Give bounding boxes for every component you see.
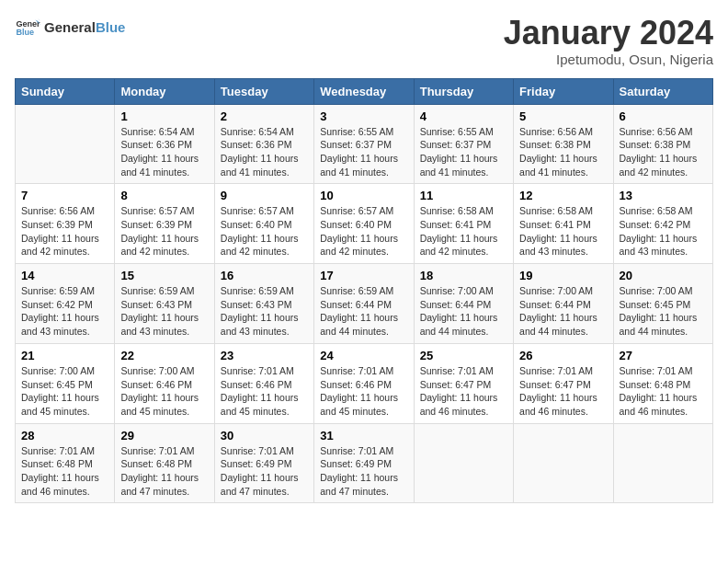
day-number: 25: [420, 349, 507, 362]
calendar-title: January 2024: [504, 15, 713, 52]
day-number: 2: [221, 109, 308, 123]
calendar-cell: [613, 423, 712, 503]
header-sunday: Sunday: [16, 78, 115, 104]
calendar-cell: 6Sunrise: 6:56 AMSunset: 6:38 PMDaylight…: [613, 104, 712, 184]
calendar-cell: [514, 423, 613, 503]
day-info: Sunrise: 7:01 AMSunset: 6:49 PMDaylight:…: [221, 444, 308, 499]
day-number: 15: [120, 269, 208, 282]
page-header: General Blue GeneralBlue January 2024 Ip…: [15, 15, 713, 67]
svg-text:Blue: Blue: [16, 28, 34, 37]
svg-text:General: General: [16, 19, 40, 29]
calendar-cell: 22Sunrise: 7:00 AMSunset: 6:46 PMDayligh…: [115, 343, 214, 423]
day-number: 12: [519, 189, 607, 202]
day-info: Sunrise: 7:01 AMSunset: 6:47 PMDaylight:…: [519, 364, 607, 419]
calendar-cell: [414, 423, 513, 503]
day-info: Sunrise: 7:01 AMSunset: 6:46 PMDaylight:…: [320, 364, 407, 419]
calendar-cell: 18Sunrise: 7:00 AMSunset: 6:44 PMDayligh…: [414, 264, 513, 344]
calendar-cell: 1Sunrise: 6:54 AMSunset: 6:36 PMDaylight…: [115, 104, 214, 184]
logo-text: GeneralBlue: [44, 20, 125, 36]
logo-icon: General Blue: [15, 15, 40, 40]
day-number: 18: [420, 269, 507, 282]
calendar-cell: 31Sunrise: 7:01 AMSunset: 6:49 PMDayligh…: [314, 423, 414, 503]
calendar-cell: 28Sunrise: 7:01 AMSunset: 6:48 PMDayligh…: [16, 423, 115, 503]
calendar-cell: 13Sunrise: 6:58 AMSunset: 6:42 PMDayligh…: [613, 184, 712, 264]
day-number: 30: [221, 429, 308, 442]
day-info: Sunrise: 6:55 AMSunset: 6:37 PMDaylight:…: [420, 125, 507, 179]
day-number: 13: [620, 189, 707, 202]
day-number: 20: [620, 269, 707, 282]
day-info: Sunrise: 6:56 AMSunset: 6:38 PMDaylight:…: [620, 125, 707, 179]
day-info: Sunrise: 6:59 AMSunset: 6:43 PMDaylight:…: [120, 284, 208, 339]
week-row-1: 1Sunrise: 6:54 AMSunset: 6:36 PMDaylight…: [16, 104, 713, 184]
calendar-cell: 10Sunrise: 6:57 AMSunset: 6:40 PMDayligh…: [314, 184, 414, 264]
day-info: Sunrise: 6:54 AMSunset: 6:36 PMDaylight:…: [120, 125, 208, 179]
calendar-cell: 5Sunrise: 6:56 AMSunset: 6:38 PMDaylight…: [514, 104, 613, 184]
day-number: 31: [320, 429, 407, 442]
day-number: 23: [221, 349, 308, 362]
day-number: 28: [21, 429, 108, 442]
week-row-3: 14Sunrise: 6:59 AMSunset: 6:42 PMDayligh…: [16, 264, 713, 344]
week-row-2: 7Sunrise: 6:56 AMSunset: 6:39 PMDaylight…: [16, 184, 713, 264]
day-number: 5: [519, 109, 607, 123]
day-number: 19: [519, 269, 607, 282]
logo: General Blue GeneralBlue: [15, 15, 125, 40]
calendar-cell: 2Sunrise: 6:54 AMSunset: 6:36 PMDaylight…: [214, 104, 313, 184]
week-row-5: 28Sunrise: 7:01 AMSunset: 6:48 PMDayligh…: [16, 423, 713, 503]
calendar-subtitle: Ipetumodu, Osun, Nigeria: [504, 52, 713, 67]
day-number: 17: [320, 269, 407, 282]
day-info: Sunrise: 7:00 AMSunset: 6:45 PMDaylight:…: [21, 364, 108, 419]
calendar-cell: 15Sunrise: 6:59 AMSunset: 6:43 PMDayligh…: [115, 264, 214, 344]
header-thursday: Thursday: [414, 78, 513, 104]
calendar-cell: 30Sunrise: 7:01 AMSunset: 6:49 PMDayligh…: [214, 423, 313, 503]
day-info: Sunrise: 6:58 AMSunset: 6:42 PMDaylight:…: [620, 204, 707, 259]
header-friday: Friday: [514, 78, 613, 104]
day-info: Sunrise: 7:01 AMSunset: 6:48 PMDaylight:…: [120, 444, 208, 499]
calendar-cell: 24Sunrise: 7:01 AMSunset: 6:46 PMDayligh…: [314, 343, 414, 423]
calendar-cell: 7Sunrise: 6:56 AMSunset: 6:39 PMDaylight…: [16, 184, 115, 264]
day-info: Sunrise: 6:55 AMSunset: 6:37 PMDaylight:…: [320, 125, 407, 179]
day-info: Sunrise: 7:00 AMSunset: 6:45 PMDaylight:…: [620, 284, 707, 339]
day-info: Sunrise: 6:57 AMSunset: 6:39 PMDaylight:…: [120, 204, 208, 259]
day-number: 29: [120, 429, 208, 442]
day-number: 27: [620, 349, 707, 362]
calendar-cell: 21Sunrise: 7:00 AMSunset: 6:45 PMDayligh…: [16, 343, 115, 423]
calendar-cell: 16Sunrise: 6:59 AMSunset: 6:43 PMDayligh…: [214, 264, 313, 344]
calendar-table: SundayMondayTuesdayWednesdayThursdayFrid…: [15, 78, 713, 504]
day-info: Sunrise: 6:59 AMSunset: 6:42 PMDaylight:…: [21, 284, 108, 339]
day-number: 8: [120, 189, 208, 202]
calendar-cell: 26Sunrise: 7:01 AMSunset: 6:47 PMDayligh…: [514, 343, 613, 423]
calendar-cell: 4Sunrise: 6:55 AMSunset: 6:37 PMDaylight…: [414, 104, 513, 184]
header-tuesday: Tuesday: [214, 78, 313, 104]
day-number: 3: [320, 109, 407, 123]
day-number: 7: [21, 189, 108, 202]
calendar-cell: 23Sunrise: 7:01 AMSunset: 6:46 PMDayligh…: [214, 343, 313, 423]
header-row: SundayMondayTuesdayWednesdayThursdayFrid…: [16, 78, 713, 104]
calendar-cell: 14Sunrise: 6:59 AMSunset: 6:42 PMDayligh…: [16, 264, 115, 344]
day-info: Sunrise: 6:58 AMSunset: 6:41 PMDaylight:…: [420, 204, 507, 259]
day-info: Sunrise: 6:56 AMSunset: 6:38 PMDaylight:…: [519, 125, 607, 179]
day-info: Sunrise: 6:57 AMSunset: 6:40 PMDaylight:…: [221, 204, 308, 259]
day-info: Sunrise: 7:01 AMSunset: 6:48 PMDaylight:…: [21, 444, 108, 499]
calendar-cell: 11Sunrise: 6:58 AMSunset: 6:41 PMDayligh…: [414, 184, 513, 264]
day-info: Sunrise: 7:01 AMSunset: 6:49 PMDaylight:…: [320, 444, 407, 499]
day-number: 14: [21, 269, 108, 282]
day-info: Sunrise: 7:00 AMSunset: 6:46 PMDaylight:…: [120, 364, 208, 419]
day-number: 22: [120, 349, 208, 362]
calendar-cell: 3Sunrise: 6:55 AMSunset: 6:37 PMDaylight…: [314, 104, 414, 184]
day-info: Sunrise: 6:58 AMSunset: 6:41 PMDaylight:…: [519, 204, 607, 259]
day-info: Sunrise: 7:01 AMSunset: 6:48 PMDaylight:…: [620, 364, 707, 419]
day-number: 24: [320, 349, 407, 362]
day-number: 11: [420, 189, 507, 202]
calendar-cell: 8Sunrise: 6:57 AMSunset: 6:39 PMDaylight…: [115, 184, 214, 264]
title-block: January 2024 Ipetumodu, Osun, Nigeria: [504, 15, 713, 67]
calendar-cell: 19Sunrise: 7:00 AMSunset: 6:44 PMDayligh…: [514, 264, 613, 344]
calendar-cell: [16, 104, 115, 184]
day-number: 26: [519, 349, 607, 362]
day-info: Sunrise: 6:59 AMSunset: 6:43 PMDaylight:…: [221, 284, 308, 339]
day-info: Sunrise: 6:57 AMSunset: 6:40 PMDaylight:…: [320, 204, 407, 259]
week-row-4: 21Sunrise: 7:00 AMSunset: 6:45 PMDayligh…: [16, 343, 713, 423]
day-info: Sunrise: 7:00 AMSunset: 6:44 PMDaylight:…: [519, 284, 607, 339]
header-wednesday: Wednesday: [314, 78, 414, 104]
day-number: 1: [120, 109, 208, 123]
header-saturday: Saturday: [613, 78, 712, 104]
